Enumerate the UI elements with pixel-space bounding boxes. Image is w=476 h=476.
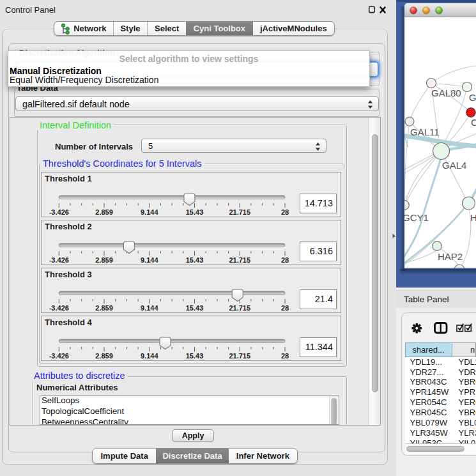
svg-text:9.144: 9.144: [141, 256, 158, 264]
svg-text:2.859: 2.859: [95, 208, 113, 216]
svg-text:28: 28: [281, 352, 289, 360]
svg-text:15.43: 15.43: [186, 256, 204, 264]
svg-text:HAP2: HAP2: [438, 251, 463, 262]
svg-text:-3.426: -3.426: [49, 208, 69, 216]
svg-text:15.43: 15.43: [186, 352, 204, 360]
svg-text:21.715: 21.715: [229, 208, 250, 216]
svg-text:GA: GA: [469, 92, 476, 103]
svg-text:2.859: 2.859: [95, 304, 113, 312]
svg-text:GAL80: GAL80: [431, 88, 461, 98]
svg-text:9.144: 9.144: [141, 208, 158, 216]
svg-text:-3.426: -3.426: [49, 256, 69, 264]
svg-text:21.715: 21.715: [229, 304, 250, 312]
svg-text:GAL4: GAL4: [442, 160, 466, 171]
svg-text:15.43: 15.43: [186, 208, 204, 216]
svg-text:9.144: 9.144: [141, 352, 158, 360]
svg-text:C: C: [471, 117, 476, 128]
svg-text:-3.426: -3.426: [49, 304, 69, 312]
svg-text:28: 28: [281, 304, 289, 312]
svg-text:GCY1: GCY1: [404, 212, 429, 223]
svg-text:2.859: 2.859: [95, 256, 113, 264]
svg-text:28: 28: [281, 208, 289, 216]
svg-text:H: H: [470, 212, 476, 223]
svg-text:-3.426: -3.426: [49, 352, 69, 360]
svg-text:15.43: 15.43: [186, 304, 204, 312]
svg-text:9.144: 9.144: [141, 304, 158, 312]
svg-text:GAL11: GAL11: [410, 127, 440, 137]
svg-text:2.859: 2.859: [95, 352, 113, 360]
svg-text:21.715: 21.715: [229, 256, 250, 264]
svg-text:21.715: 21.715: [229, 352, 250, 360]
svg-text:28: 28: [281, 256, 289, 264]
